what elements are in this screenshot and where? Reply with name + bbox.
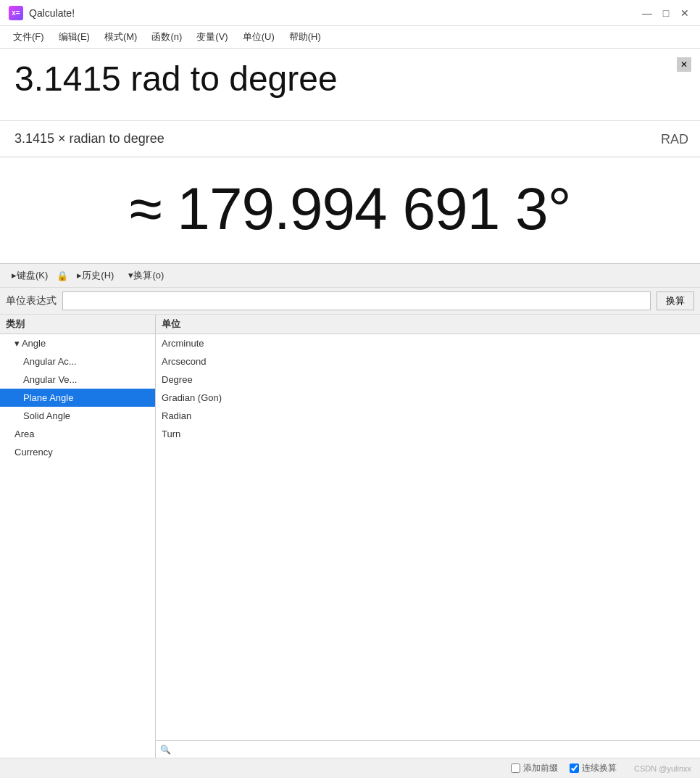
watermark: CSDN @yulinxx xyxy=(634,764,691,773)
close-button[interactable]: ✕ xyxy=(678,7,691,20)
maximize-button[interactable]: □ xyxy=(659,7,672,20)
menu-file[interactable]: 文件(F) xyxy=(6,28,51,46)
search-icon: 🔍 xyxy=(160,745,171,755)
window-controls: — □ ✕ xyxy=(641,7,691,20)
category-pane: 类别 ▾ Angle Angular Ac... Angular Ve... P… xyxy=(0,315,156,758)
keyboard-toggle-button[interactable]: ▸键盘(K) xyxy=(6,267,54,284)
result-formula-area: 3.1415 × radian to degree RAD xyxy=(0,121,700,157)
unit-item-arcminute[interactable]: Arcminute xyxy=(156,334,700,352)
panes-row: 类别 ▾ Angle Angular Ac... Angular Ve... P… xyxy=(0,315,700,758)
category-item-currency[interactable]: Currency xyxy=(0,443,155,461)
result-formula: 3.1415 × radian to degree xyxy=(14,127,686,151)
add-prefix-option[interactable]: 添加前缀 xyxy=(511,762,558,774)
expression-area: 3.1415 rad to degree ✕ xyxy=(0,49,700,121)
unit-pane: 单位 Arcminute Arcsecond Degree Gradian (G… xyxy=(156,315,700,758)
category-item-plane-angle[interactable]: Plane Angle xyxy=(0,389,155,407)
unit-item-radian[interactable]: Radian xyxy=(156,407,700,425)
category-item-angular-velocity[interactable]: Angular Ve... xyxy=(0,371,155,389)
category-item-solid-angle[interactable]: Solid Angle xyxy=(0,407,155,425)
result-mode-badge: RAD xyxy=(661,131,688,146)
unit-convert-button[interactable]: 换算 xyxy=(657,291,694,310)
unit-expr-row: 单位表达式 换算 xyxy=(0,288,700,315)
footer-row: 添加前缀 连续换算 CSDN @yulinxx xyxy=(0,758,700,778)
history-toggle-button[interactable]: ▸历史(H) xyxy=(71,267,120,284)
category-item-angle[interactable]: ▾ Angle xyxy=(0,334,155,352)
menu-functions[interactable]: 函数(n) xyxy=(144,28,189,46)
toolbar-row: ▸键盘(K) 🔒 ▸历史(H) ▾换算(o) xyxy=(0,264,700,288)
unit-expr-input[interactable] xyxy=(62,291,651,310)
convert-toggle-button[interactable]: ▾换算(o) xyxy=(122,267,170,284)
result-value: ≈ 179.994 691 3° xyxy=(130,175,571,243)
add-prefix-label: 添加前缀 xyxy=(523,762,558,774)
menu-bar: 文件(F) 编辑(E) 模式(M) 函数(n) 变量(V) 单位(U) 帮助(H… xyxy=(0,26,700,49)
category-item-area[interactable]: Area xyxy=(0,425,155,443)
minimize-button[interactable]: — xyxy=(641,7,654,20)
app-icon: x= xyxy=(9,6,23,20)
menu-mode[interactable]: 模式(M) xyxy=(97,28,145,46)
menu-units[interactable]: 单位(U) xyxy=(236,28,282,46)
unit-item-turn[interactable]: Turn xyxy=(156,425,700,443)
unit-header: 单位 xyxy=(156,315,700,334)
unit-item-gradian[interactable]: Gradian (Gon) xyxy=(156,389,700,407)
unit-search-input[interactable] xyxy=(174,744,696,755)
category-header: 类别 xyxy=(0,315,155,334)
unit-item-degree[interactable]: Degree xyxy=(156,371,700,389)
lock-icon: 🔒 xyxy=(57,270,68,281)
unit-search-row: 🔍 xyxy=(156,740,700,758)
category-item-angular-acceleration[interactable]: Angular Ac... xyxy=(0,352,155,371)
bottom-panel: ▸键盘(K) 🔒 ▸历史(H) ▾换算(o) 单位表达式 换算 类别 ▾ Ang… xyxy=(0,264,700,778)
app-title: Qalculate! xyxy=(29,7,75,19)
result-value-area: ≈ 179.994 691 3° xyxy=(0,157,700,264)
add-prefix-checkbox[interactable] xyxy=(511,763,520,773)
continuous-conv-option[interactable]: 连续换算 xyxy=(570,762,617,774)
title-bar: x= Qalculate! — □ ✕ xyxy=(0,0,700,26)
menu-help[interactable]: 帮助(H) xyxy=(282,28,328,46)
continuous-conv-label: 连续换算 xyxy=(582,762,617,774)
unit-item-arcsecond[interactable]: Arcsecond xyxy=(156,352,700,371)
unit-expr-label: 单位表达式 xyxy=(6,294,57,307)
menu-variables[interactable]: 变量(V) xyxy=(189,28,235,46)
continuous-conv-checkbox[interactable] xyxy=(570,763,579,773)
expression-display[interactable]: 3.1415 rad to degree xyxy=(14,60,686,99)
menu-edit[interactable]: 编辑(E) xyxy=(51,28,97,46)
clear-button[interactable]: ✕ xyxy=(677,57,691,72)
title-bar-left: x= Qalculate! xyxy=(9,6,75,20)
